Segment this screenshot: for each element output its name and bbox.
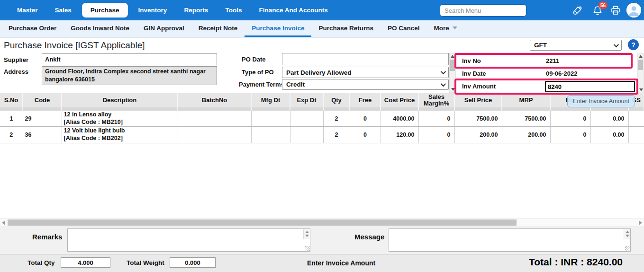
cell-free[interactable]: 0 bbox=[350, 127, 381, 143]
inv-no-row[interactable]: Inv No 2211 bbox=[457, 54, 635, 67]
subnav-purchase-order[interactable]: Purchase Order bbox=[1, 20, 63, 37]
scroll-down-arrow[interactable] bbox=[451, 88, 455, 91]
menu-inventory[interactable]: Inventory bbox=[132, 3, 174, 17]
col-sno: S.No bbox=[0, 93, 23, 107]
menu-finance-and-accounts[interactable]: Finance And Accounts bbox=[252, 3, 334, 17]
cell-disc[interactable]: 0 bbox=[550, 111, 590, 127]
table-row: 1 29 12 in Lenso alloy [Alias Code : MB2… bbox=[0, 111, 644, 127]
subnav-more[interactable]: More bbox=[427, 20, 464, 37]
subnav-goods-inward-note[interactable]: Goods Inward Note bbox=[63, 20, 136, 37]
remarks-scroll-arrows[interactable] bbox=[303, 229, 310, 239]
subnav-purchase-invoice[interactable]: Purchase Invoice bbox=[245, 20, 311, 37]
cell-cost-price[interactable]: 4000.00 bbox=[381, 111, 418, 127]
message-textarea[interactable] bbox=[389, 228, 631, 252]
cell-free[interactable]: 0 bbox=[350, 111, 381, 127]
scroll-down-arrow[interactable] bbox=[626, 235, 629, 237]
cell-description[interactable]: 12 in Lenso alloy [Alias Code : MB210] bbox=[62, 111, 178, 127]
scroll-left-arrow[interactable] bbox=[2, 220, 5, 225]
grand-total: Total : INR : 8240.00 bbox=[529, 256, 623, 268]
main-menu: Master Sales Purchase Inventory Reports … bbox=[0, 3, 335, 18]
col-code: Code bbox=[23, 93, 62, 107]
total-weight-value[interactable] bbox=[170, 257, 216, 268]
type-of-po-value: Part Delivery Allowed bbox=[286, 69, 352, 76]
cell-mrp[interactable]: 7500.00 bbox=[502, 111, 550, 127]
horizontal-scrollbar[interactable] bbox=[0, 218, 644, 226]
payment-terms-select[interactable]: Credit bbox=[282, 79, 449, 90]
cell-gst[interactable] bbox=[628, 111, 644, 127]
paint-brush-icon[interactable] bbox=[571, 5, 583, 16]
type-of-po-select[interactable]: Part Delivery Allowed bbox=[282, 67, 449, 78]
top-navigation-bar: Master Sales Purchase Inventory Reports … bbox=[0, 0, 644, 20]
scroll-right-arrow[interactable] bbox=[639, 220, 642, 225]
status-message: Enter Invoice Amount bbox=[307, 259, 375, 267]
inv-amount-input[interactable] bbox=[545, 81, 635, 92]
cell-disc-amt[interactable]: 0.00 bbox=[590, 111, 628, 127]
cell-sales-margin[interactable]: 0 bbox=[418, 127, 454, 143]
po-date-input[interactable] bbox=[282, 53, 449, 65]
cell-batchno[interactable] bbox=[178, 111, 251, 127]
col-description: Description bbox=[62, 93, 178, 107]
cell-qty[interactable]: 2 bbox=[323, 127, 350, 143]
address-label: Address bbox=[4, 68, 28, 75]
cell-sell-price[interactable]: 200.00 bbox=[454, 127, 502, 143]
description-text: 12 Volt blue light bulb bbox=[64, 127, 176, 135]
cell-qty[interactable]: 2 bbox=[323, 111, 350, 127]
chevron-down-icon bbox=[441, 69, 446, 74]
subnav-po-cancel[interactable]: PO Cancel bbox=[381, 20, 427, 37]
supplier-input[interactable] bbox=[42, 53, 217, 65]
scroll-down-arrow[interactable] bbox=[639, 88, 643, 91]
menu-master[interactable]: Master bbox=[10, 3, 45, 17]
cell-batchno[interactable] bbox=[178, 127, 251, 143]
subnav-gin-approval[interactable]: GIN Approval bbox=[136, 20, 191, 37]
subnav-more-label: More bbox=[434, 25, 449, 32]
cell-gst[interactable] bbox=[628, 127, 644, 143]
remarks-textarea[interactable] bbox=[67, 228, 310, 252]
cell-exp-dt[interactable] bbox=[290, 111, 323, 127]
subnav-receipt-note[interactable]: Receipt Note bbox=[191, 20, 245, 37]
user-avatar[interactable] bbox=[626, 3, 641, 18]
subnav-purchase-returns[interactable]: Purchase Returns bbox=[311, 20, 381, 37]
cell-sno[interactable]: 2 bbox=[0, 127, 23, 143]
scroll-thumb[interactable] bbox=[450, 60, 455, 71]
inv-date-value[interactable]: 09-06-2022 bbox=[546, 70, 578, 77]
printer-icon[interactable] bbox=[610, 5, 621, 16]
cell-code[interactable]: 36 bbox=[23, 127, 62, 143]
purchase-subnav: Purchase Order Goods Inward Note GIN App… bbox=[0, 20, 644, 38]
scroll-up-arrow[interactable] bbox=[305, 231, 309, 233]
cell-sales-margin[interactable]: 0 bbox=[418, 111, 454, 127]
cell-mrp[interactable]: 200.00 bbox=[502, 127, 550, 143]
cell-exp-dt[interactable] bbox=[290, 127, 323, 143]
scroll-up-arrow[interactable] bbox=[639, 55, 643, 58]
form-vertical-scrollbar[interactable] bbox=[449, 53, 456, 93]
inv-date-label: Inv Date bbox=[457, 70, 486, 77]
scroll-up-arrow[interactable] bbox=[626, 231, 629, 233]
cell-sell-price[interactable]: 7500.00 bbox=[454, 111, 502, 127]
cell-disc-amt[interactable]: 0.00 bbox=[590, 127, 628, 143]
cell-mfg-dt[interactable] bbox=[251, 127, 290, 143]
inv-no-value[interactable]: 2211 bbox=[546, 57, 559, 64]
menu-reports[interactable]: Reports bbox=[177, 3, 215, 17]
scroll-down-arrow[interactable] bbox=[305, 235, 309, 237]
cell-description[interactable]: 12 Volt blue light bulb [Alias Code : MB… bbox=[62, 127, 178, 143]
menu-sales[interactable]: Sales bbox=[48, 3, 78, 17]
cell-sno[interactable]: 1 bbox=[0, 111, 23, 127]
address-field[interactable]: Ground Floor, Indira Complex second stre… bbox=[42, 66, 217, 85]
cell-mfg-dt[interactable] bbox=[251, 111, 290, 127]
scroll-thumb[interactable] bbox=[8, 219, 517, 226]
search-menu-input[interactable] bbox=[440, 4, 526, 17]
scroll-up-arrow[interactable] bbox=[451, 55, 454, 58]
cell-disc[interactable]: 0 bbox=[550, 127, 590, 143]
message-scroll-arrows[interactable] bbox=[624, 229, 630, 239]
cell-code[interactable]: 29 bbox=[23, 111, 62, 127]
scroll-thumb[interactable] bbox=[638, 60, 643, 70]
total-qty-value[interactable] bbox=[61, 257, 110, 268]
cell-cost-price[interactable]: 120.00 bbox=[381, 127, 418, 143]
message-resize-grip[interactable] bbox=[625, 246, 630, 251]
inv-date-row[interactable]: Inv Date 09-06-2022 bbox=[457, 67, 635, 80]
company-select[interactable]: GFT bbox=[530, 40, 622, 51]
menu-purchase[interactable]: Purchase bbox=[82, 3, 128, 18]
remarks-resize-grip[interactable] bbox=[305, 246, 310, 251]
menu-tools[interactable]: Tools bbox=[218, 3, 248, 17]
right-vertical-scrollbar[interactable] bbox=[637, 53, 644, 93]
help-icon[interactable]: ? bbox=[628, 39, 639, 50]
